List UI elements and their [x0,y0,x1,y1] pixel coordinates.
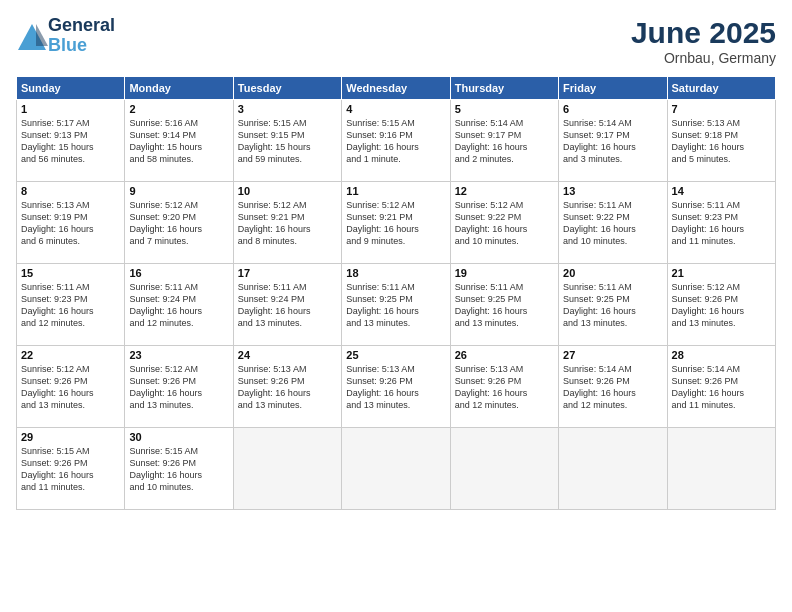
day-number: 19 [455,267,554,279]
day-info: Sunrise: 5:15 AMSunset: 9:16 PMDaylight:… [346,117,445,166]
table-row: 6 Sunrise: 5:14 AMSunset: 9:17 PMDayligh… [559,100,667,182]
day-number: 15 [21,267,120,279]
table-row [559,428,667,510]
table-row: 14 Sunrise: 5:11 AMSunset: 9:23 PMDaylig… [667,182,775,264]
table-row: 28 Sunrise: 5:14 AMSunset: 9:26 PMDaylig… [667,346,775,428]
location-subtitle: Ornbau, Germany [631,50,776,66]
table-row: 1 Sunrise: 5:17 AMSunset: 9:13 PMDayligh… [17,100,125,182]
day-info: Sunrise: 5:13 AMSunset: 9:19 PMDaylight:… [21,199,120,248]
day-number: 6 [563,103,662,115]
day-number: 13 [563,185,662,197]
table-row: 20 Sunrise: 5:11 AMSunset: 9:25 PMDaylig… [559,264,667,346]
day-info: Sunrise: 5:11 AMSunset: 9:25 PMDaylight:… [346,281,445,330]
day-info: Sunrise: 5:16 AMSunset: 9:14 PMDaylight:… [129,117,228,166]
month-title: June 2025 [631,16,776,50]
day-info: Sunrise: 5:15 AMSunset: 9:26 PMDaylight:… [129,445,228,494]
table-row: 29 Sunrise: 5:15 AMSunset: 9:26 PMDaylig… [17,428,125,510]
day-info: Sunrise: 5:13 AMSunset: 9:26 PMDaylight:… [238,363,337,412]
table-row: 10 Sunrise: 5:12 AMSunset: 9:21 PMDaylig… [233,182,341,264]
day-info: Sunrise: 5:12 AMSunset: 9:26 PMDaylight:… [21,363,120,412]
day-number: 25 [346,349,445,361]
logo-icon [16,22,44,50]
day-number: 3 [238,103,337,115]
table-row: 15 Sunrise: 5:11 AMSunset: 9:23 PMDaylig… [17,264,125,346]
day-number: 21 [672,267,771,279]
header-tuesday: Tuesday [233,77,341,100]
day-info: Sunrise: 5:14 AMSunset: 9:17 PMDaylight:… [563,117,662,166]
day-number: 11 [346,185,445,197]
day-number: 30 [129,431,228,443]
day-number: 23 [129,349,228,361]
table-row: 26 Sunrise: 5:13 AMSunset: 9:26 PMDaylig… [450,346,558,428]
day-info: Sunrise: 5:17 AMSunset: 9:13 PMDaylight:… [21,117,120,166]
day-info: Sunrise: 5:15 AMSunset: 9:26 PMDaylight:… [21,445,120,494]
table-row: 4 Sunrise: 5:15 AMSunset: 9:16 PMDayligh… [342,100,450,182]
table-row: 30 Sunrise: 5:15 AMSunset: 9:26 PMDaylig… [125,428,233,510]
day-number: 1 [21,103,120,115]
table-row [667,428,775,510]
day-info: Sunrise: 5:12 AMSunset: 9:21 PMDaylight:… [238,199,337,248]
table-row [342,428,450,510]
table-row: 25 Sunrise: 5:13 AMSunset: 9:26 PMDaylig… [342,346,450,428]
day-number: 29 [21,431,120,443]
day-info: Sunrise: 5:13 AMSunset: 9:18 PMDaylight:… [672,117,771,166]
header-thursday: Thursday [450,77,558,100]
table-row [233,428,341,510]
day-number: 5 [455,103,554,115]
day-info: Sunrise: 5:13 AMSunset: 9:26 PMDaylight:… [346,363,445,412]
table-row: 24 Sunrise: 5:13 AMSunset: 9:26 PMDaylig… [233,346,341,428]
table-row: 27 Sunrise: 5:14 AMSunset: 9:26 PMDaylig… [559,346,667,428]
table-row: 18 Sunrise: 5:11 AMSunset: 9:25 PMDaylig… [342,264,450,346]
day-info: Sunrise: 5:11 AMSunset: 9:23 PMDaylight:… [21,281,120,330]
day-number: 22 [21,349,120,361]
day-info: Sunrise: 5:14 AMSunset: 9:17 PMDaylight:… [455,117,554,166]
table-row [450,428,558,510]
day-info: Sunrise: 5:11 AMSunset: 9:23 PMDaylight:… [672,199,771,248]
day-number: 17 [238,267,337,279]
table-row: 8 Sunrise: 5:13 AMSunset: 9:19 PMDayligh… [17,182,125,264]
title-block: June 2025 Ornbau, Germany [631,16,776,66]
day-number: 16 [129,267,228,279]
day-info: Sunrise: 5:11 AMSunset: 9:25 PMDaylight:… [455,281,554,330]
table-row: 9 Sunrise: 5:12 AMSunset: 9:20 PMDayligh… [125,182,233,264]
table-row: 23 Sunrise: 5:12 AMSunset: 9:26 PMDaylig… [125,346,233,428]
table-row: 11 Sunrise: 5:12 AMSunset: 9:21 PMDaylig… [342,182,450,264]
day-info: Sunrise: 5:12 AMSunset: 9:26 PMDaylight:… [672,281,771,330]
day-info: Sunrise: 5:14 AMSunset: 9:26 PMDaylight:… [563,363,662,412]
logo-line2: Blue [48,36,115,56]
table-row: 12 Sunrise: 5:12 AMSunset: 9:22 PMDaylig… [450,182,558,264]
day-info: Sunrise: 5:12 AMSunset: 9:22 PMDaylight:… [455,199,554,248]
header-friday: Friday [559,77,667,100]
day-number: 12 [455,185,554,197]
table-row: 5 Sunrise: 5:14 AMSunset: 9:17 PMDayligh… [450,100,558,182]
day-number: 10 [238,185,337,197]
header-sunday: Sunday [17,77,125,100]
day-info: Sunrise: 5:13 AMSunset: 9:26 PMDaylight:… [455,363,554,412]
day-number: 28 [672,349,771,361]
table-row: 13 Sunrise: 5:11 AMSunset: 9:22 PMDaylig… [559,182,667,264]
day-info: Sunrise: 5:12 AMSunset: 9:21 PMDaylight:… [346,199,445,248]
weekday-header-row: Sunday Monday Tuesday Wednesday Thursday… [17,77,776,100]
header: General Blue June 2025 Ornbau, Germany [16,16,776,66]
day-number: 18 [346,267,445,279]
table-row: 22 Sunrise: 5:12 AMSunset: 9:26 PMDaylig… [17,346,125,428]
table-row: 16 Sunrise: 5:11 AMSunset: 9:24 PMDaylig… [125,264,233,346]
header-saturday: Saturday [667,77,775,100]
day-number: 7 [672,103,771,115]
day-info: Sunrise: 5:15 AMSunset: 9:15 PMDaylight:… [238,117,337,166]
table-row: 19 Sunrise: 5:11 AMSunset: 9:25 PMDaylig… [450,264,558,346]
day-number: 2 [129,103,228,115]
day-info: Sunrise: 5:11 AMSunset: 9:22 PMDaylight:… [563,199,662,248]
day-info: Sunrise: 5:11 AMSunset: 9:24 PMDaylight:… [129,281,228,330]
day-info: Sunrise: 5:14 AMSunset: 9:26 PMDaylight:… [672,363,771,412]
table-row: 3 Sunrise: 5:15 AMSunset: 9:15 PMDayligh… [233,100,341,182]
logo-line1: General [48,16,115,36]
day-number: 27 [563,349,662,361]
day-number: 14 [672,185,771,197]
day-number: 20 [563,267,662,279]
day-info: Sunrise: 5:11 AMSunset: 9:25 PMDaylight:… [563,281,662,330]
table-row: 2 Sunrise: 5:16 AMSunset: 9:14 PMDayligh… [125,100,233,182]
day-info: Sunrise: 5:11 AMSunset: 9:24 PMDaylight:… [238,281,337,330]
table-row: 21 Sunrise: 5:12 AMSunset: 9:26 PMDaylig… [667,264,775,346]
day-number: 26 [455,349,554,361]
